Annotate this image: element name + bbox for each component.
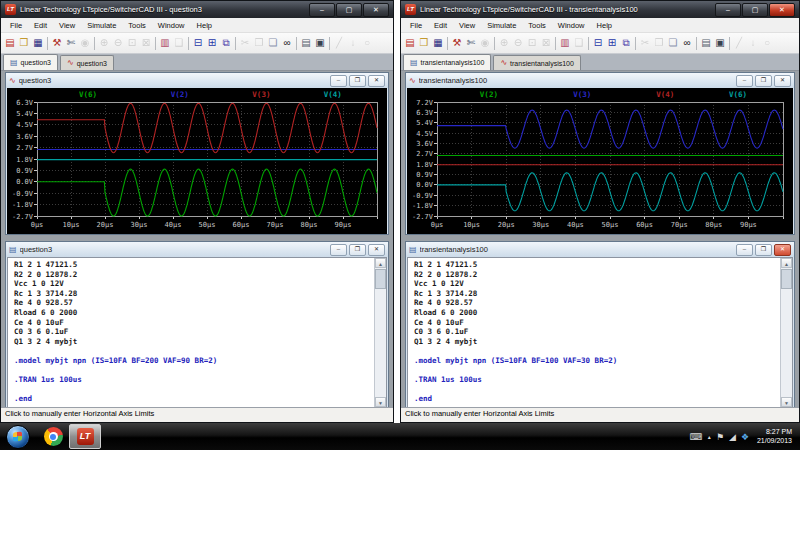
menu-help[interactable]: Help [191,21,218,30]
toolbar-separator [188,37,189,50]
child-restore-button[interactable]: ❐ [755,75,772,87]
find-icon[interactable]: ∞ [280,35,294,51]
netlist-window-titlebar[interactable]: ▤ transientanalysis100 – ❐ ✕ [406,242,794,257]
child-close-button[interactable]: ✕ [368,244,385,256]
show-hidden-icons-button[interactable]: ▴ [708,432,711,442]
zoom-area-icon: ⊡ [125,35,139,51]
paste-icon[interactable]: ❏ [266,35,280,51]
menu-file[interactable]: File [4,21,28,30]
child-minimize-button[interactable]: – [330,244,347,256]
menu-window[interactable]: Window [552,21,591,30]
halt-icon[interactable]: ✄ [64,35,78,51]
child-restore-button[interactable]: ❐ [349,75,366,87]
child-minimize-button[interactable]: – [736,75,753,87]
menu-simulate[interactable]: Simulate [81,21,122,30]
new-schematic-icon[interactable]: ▤ [403,35,417,51]
window-title: Linear Technology LTspice/SwitcherCAD II… [420,5,711,14]
cascade-icon[interactable]: ⧉ [619,35,633,51]
scrollbar[interactable]: ▲ ▼ [780,258,792,407]
menu-edit[interactable]: Edit [28,21,53,30]
tab-waveform-question3[interactable]: ∿ question3 [60,55,114,70]
child-minimize-button[interactable]: – [736,244,753,256]
scrollbar-thumb[interactable] [375,269,386,289]
print-icon[interactable]: ▣ [313,35,327,51]
start-button[interactable] [6,425,30,449]
scroll-up-icon[interactable]: ▲ [781,258,792,268]
chrome-taskbar-button[interactable] [37,424,69,449]
taskbar-clock[interactable]: 8:27 PM 21/09/2013 [757,428,792,445]
print-preview-icon[interactable]: ▤ [699,35,713,51]
menu-window[interactable]: Window [152,21,191,30]
cascade-icon[interactable]: ⧉ [219,35,233,51]
ltspice-taskbar-button[interactable]: LT [69,424,101,449]
menu-edit[interactable]: Edit [428,21,453,30]
menu-simulate[interactable]: Simulate [481,21,522,30]
menu-view[interactable]: View [53,21,81,30]
menu-tools[interactable]: Tools [522,21,552,30]
scrollbar[interactable]: ▲ ▼ [374,258,386,407]
scrollbar-thumb[interactable] [781,269,792,289]
minimize-button[interactable]: – [309,3,335,17]
spice-netlist-icon[interactable]: ▥ [558,35,572,51]
paste-icon[interactable]: ❏ [666,35,680,51]
network-signal-icon[interactable]: ◢ [729,432,736,442]
maximize-button[interactable]: ▢ [742,3,768,17]
menu-tools[interactable]: Tools [122,21,152,30]
waveform-window-titlebar[interactable]: ∿ transientanalysis100 – ❐ ✕ [406,73,794,88]
open-icon[interactable]: ❒ [17,35,31,51]
keyboard-tray-icon[interactable]: ⌨ [690,432,703,442]
netlist-window-titlebar[interactable]: ▤ question3 – ❐ ✕ [6,242,388,257]
tile-vertical-icon[interactable]: ⊞ [605,35,619,51]
netlist-editor[interactable]: R1 2 1 47121.5R2 2 0 12878.2Vcc 1 0 12VR… [407,257,793,407]
status-bar[interactable]: Click to manually enter Horizontal Axis … [401,407,799,422]
child-minimize-button[interactable]: – [330,75,347,87]
child-close-button[interactable]: ✕ [368,75,385,87]
waveform-plot[interactable]: 7.2V6.3V5.4V4.5V3.6V2.7V1.8V0.9V0.0V-0.9… [407,88,793,234]
tab-netlist-transientanalysis100[interactable]: ▤ transientanalysis100 [403,54,491,70]
tab-waveform-transientanalysis100[interactable]: ∿ transientanalysis100 [493,55,581,70]
print-icon[interactable]: ▣ [713,35,727,51]
spice-netlist-icon[interactable]: ▥ [158,35,172,51]
save-icon[interactable]: ▦ [431,35,445,51]
netlist-window: ▤ question3 – ❐ ✕ R1 2 1 47121.5R2 2 0 1… [5,241,389,407]
menu-view[interactable]: View [453,21,481,30]
child-restore-button[interactable]: ❐ [755,244,772,256]
scroll-down-icon[interactable]: ▼ [781,397,792,407]
svg-text:30µs: 30µs [532,221,549,229]
tile-horizontal-icon[interactable]: ⊟ [191,35,205,51]
open-icon[interactable]: ❒ [417,35,431,51]
svg-text:0.9V: 0.9V [416,171,434,179]
title-bar[interactable]: LT Linear Technology LTspice/SwitcherCAD… [401,1,799,18]
network-icon[interactable]: ❖ [741,432,749,442]
scroll-down-icon[interactable]: ▼ [375,397,386,407]
run-icon[interactable]: ⚒ [50,35,64,51]
close-button[interactable]: ✕ [769,3,795,17]
tile-horizontal-icon[interactable]: ⊟ [591,35,605,51]
print-preview-icon[interactable]: ▤ [299,35,313,51]
child-restore-button[interactable]: ❐ [349,244,366,256]
child-close-button[interactable]: ✕ [774,244,791,256]
tab-netlist-question3[interactable]: ▤ question3 [3,54,58,70]
status-bar[interactable]: Click to manually enter Horizontal Axis … [1,407,393,422]
waveform-plot[interactable]: 6.3V5.4V4.5V3.6V2.7V1.8V0.9V0.0V-0.9V-1.… [7,88,387,234]
minimize-button[interactable]: – [715,3,741,17]
close-button[interactable]: ✕ [363,3,389,17]
child-close-button[interactable]: ✕ [774,75,791,87]
maximize-button[interactable]: ▢ [336,3,362,17]
halt-icon[interactable]: ✄ [464,35,478,51]
title-bar[interactable]: LT Linear Technology LTspice/SwitcherCAD… [1,1,393,18]
find-icon[interactable]: ∞ [680,35,694,51]
toolbar: ▤❒▦⚒✄◉⊕⊖⊡⊠▥❑⊟⊞⧉✂❐❏∞▤▣╱↓○ [1,33,393,54]
waveform-window-titlebar[interactable]: ∿ question3 – ❐ ✕ [6,73,388,88]
netlist-line: Q1 3 2 4 mybjt [414,337,778,347]
run-icon[interactable]: ⚒ [450,35,464,51]
tile-vertical-icon[interactable]: ⊞ [205,35,219,51]
menu-help[interactable]: Help [591,21,618,30]
action-center-icon[interactable]: ⚑ [716,432,724,442]
menu-file[interactable]: File [404,21,428,30]
save-icon[interactable]: ▦ [31,35,45,51]
netlist-editor[interactable]: R1 2 1 47121.5R2 2 0 12878.2Vcc 1 0 12VR… [7,257,387,407]
scroll-up-icon[interactable]: ▲ [375,258,386,268]
toolbar-separator [155,37,156,50]
new-schematic-icon[interactable]: ▤ [3,35,17,51]
